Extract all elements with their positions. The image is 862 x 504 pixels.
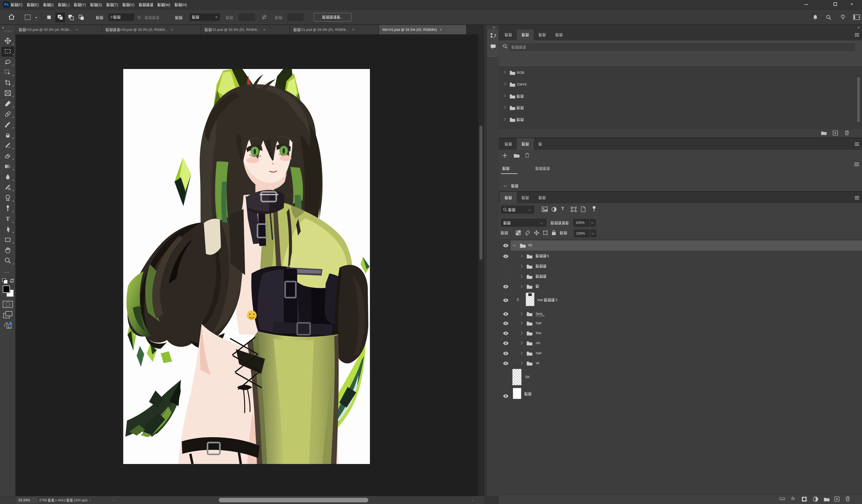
svg-text:T: T — [6, 215, 10, 222]
